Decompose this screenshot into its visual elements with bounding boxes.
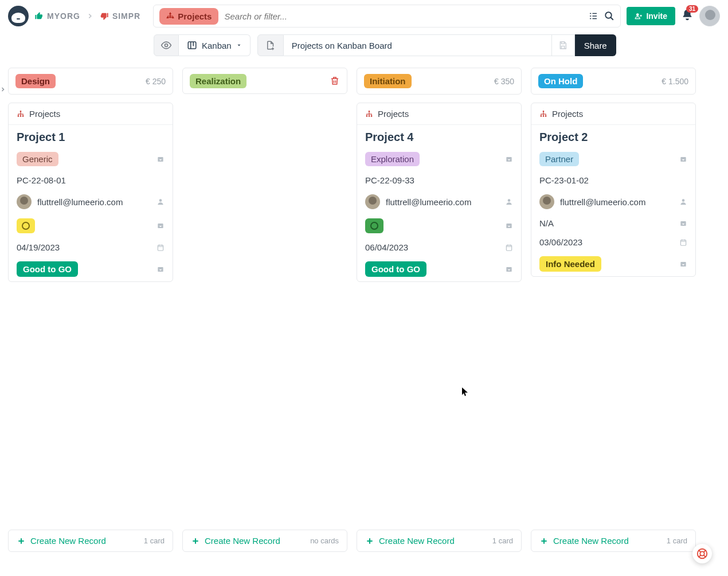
trash-icon[interactable] — [330, 76, 340, 86]
invite-button[interactable]: Invite — [627, 7, 675, 25]
notifications-button[interactable]: 31 — [681, 9, 694, 23]
column-amount: € 250 — [146, 77, 166, 86]
dropdown-icon[interactable] — [156, 155, 165, 163]
create-record-label: Create New Record — [205, 536, 280, 546]
create-record-button[interactable]: Create New Record1 card — [531, 530, 696, 552]
calendar-icon[interactable] — [505, 244, 513, 252]
svg-point-4 — [606, 12, 612, 18]
dropdown-icon[interactable] — [505, 222, 513, 230]
breadcrumb-project[interactable]: SIMPR — [100, 11, 140, 21]
card-status-chip: Good to GO — [365, 261, 426, 277]
view-type-selector[interactable]: Kanban — [179, 34, 251, 56]
kanban-card[interactable]: Projects Project 2 Partner PC-23-01-02 f… — [531, 103, 696, 277]
board-name-input[interactable] — [284, 34, 552, 56]
expand-sidebar-handle[interactable] — [0, 84, 7, 95]
svg-rect-18 — [366, 115, 367, 116]
search-chip-projects[interactable]: Projects — [159, 8, 218, 25]
chevron-right-icon — [86, 12, 94, 20]
svg-point-13 — [159, 199, 162, 202]
save-icon — [558, 41, 567, 50]
hierarchy-icon — [539, 110, 547, 118]
svg-point-0 — [170, 13, 171, 14]
status-value: N/A — [539, 218, 554, 228]
dropdown-icon[interactable] — [156, 265, 165, 273]
card-status-chip: Info Needed — [539, 256, 601, 272]
column-header[interactable]: On Hold € 1.500 — [531, 68, 696, 95]
card-title: Project 4 — [365, 131, 413, 143]
card-count: 1 card — [144, 536, 165, 545]
column-header[interactable]: Initiation € 350 — [357, 68, 522, 95]
card-tag: Partner — [539, 152, 579, 166]
column-label: Realization — [190, 74, 246, 88]
create-record-label: Create New Record — [379, 536, 455, 546]
dropdown-icon[interactable] — [505, 155, 513, 163]
dropdown-icon[interactable] — [156, 222, 165, 230]
svg-rect-11 — [22, 115, 24, 116]
assignee-email: fluttrell@lumeerio.com — [560, 197, 645, 207]
svg-rect-17 — [369, 111, 370, 112]
svg-rect-19 — [369, 115, 370, 116]
help-button[interactable] — [692, 544, 712, 563]
thumbs-down-icon — [100, 11, 109, 21]
card-date: 04/19/2023 — [17, 242, 60, 252]
assignee-avatar — [17, 194, 32, 209]
svg-rect-7 — [188, 42, 196, 49]
column-header[interactable]: Realization — [182, 68, 347, 94]
card-code: PC-22-09-33 — [365, 175, 414, 185]
eye-icon — [161, 40, 172, 51]
dropdown-icon[interactable] — [505, 265, 513, 273]
card-count: 1 card — [492, 536, 513, 545]
search-chip-label: Projects — [178, 11, 212, 21]
create-record-button[interactable]: Create New Recordno cards — [182, 530, 347, 552]
kanban-icon — [187, 40, 197, 50]
svg-rect-28 — [543, 115, 544, 116]
visibility-button[interactable] — [154, 34, 179, 56]
card-date: 06/04/2023 — [365, 242, 408, 252]
list-icon[interactable] — [588, 11, 598, 21]
kanban-card[interactable]: Projects Project 1 Generic PC-22-08-01 f… — [8, 103, 173, 282]
create-record-button[interactable]: Create New Record1 card — [357, 530, 522, 552]
plus-icon — [365, 536, 374, 546]
status-chip — [365, 218, 383, 233]
assignee-email: fluttrell@lumeerio.com — [386, 197, 471, 207]
column-header[interactable]: Design € 250 — [8, 68, 173, 95]
add-user-icon — [635, 12, 643, 20]
kanban-card[interactable]: Projects Project 4 Exploration PC-22-09-… — [357, 103, 522, 282]
user-icon[interactable] — [505, 198, 513, 206]
card-collection-header[interactable]: Projects — [357, 103, 521, 125]
card-collection-label: Projects — [29, 109, 60, 119]
thumbs-up-icon — [34, 11, 44, 21]
user-icon[interactable] — [679, 198, 687, 206]
create-record-button[interactable]: Create New Record1 card — [8, 530, 173, 552]
search-bar: Projects — [153, 5, 621, 28]
calendar-icon[interactable] — [679, 238, 687, 246]
search-input[interactable] — [224, 11, 582, 21]
svg-point-3 — [173, 17, 174, 18]
svg-point-1 — [167, 17, 168, 18]
breadcrumb-org[interactable]: MYORG — [34, 11, 80, 21]
calendar-icon[interactable] — [156, 244, 165, 252]
card-collection-label: Projects — [378, 109, 409, 119]
share-button[interactable]: Share — [575, 34, 616, 56]
svg-rect-27 — [541, 115, 542, 116]
search-icon[interactable] — [604, 11, 615, 21]
save-view-button[interactable] — [552, 34, 575, 56]
dropdown-icon[interactable] — [679, 260, 687, 268]
column-amount: € 350 — [494, 77, 514, 86]
card-count: no cards — [310, 536, 339, 545]
assignee-email: fluttrell@lumeerio.com — [37, 197, 123, 207]
app-logo[interactable] — [8, 6, 29, 26]
user-icon[interactable] — [156, 198, 165, 206]
user-avatar[interactable] — [699, 6, 720, 26]
svg-point-5 — [636, 13, 639, 16]
card-collection-header[interactable]: Projects — [531, 103, 695, 125]
chevron-right-icon — [0, 85, 6, 94]
column-label: Design — [15, 74, 56, 88]
board-unsaved-indicator[interactable] — [257, 34, 284, 56]
card-collection-header[interactable]: Projects — [9, 103, 173, 125]
status-chip — [17, 218, 35, 233]
dropdown-icon[interactable] — [679, 155, 687, 163]
dropdown-icon[interactable] — [679, 220, 687, 228]
svg-rect-20 — [371, 115, 372, 116]
svg-rect-10 — [20, 115, 21, 116]
